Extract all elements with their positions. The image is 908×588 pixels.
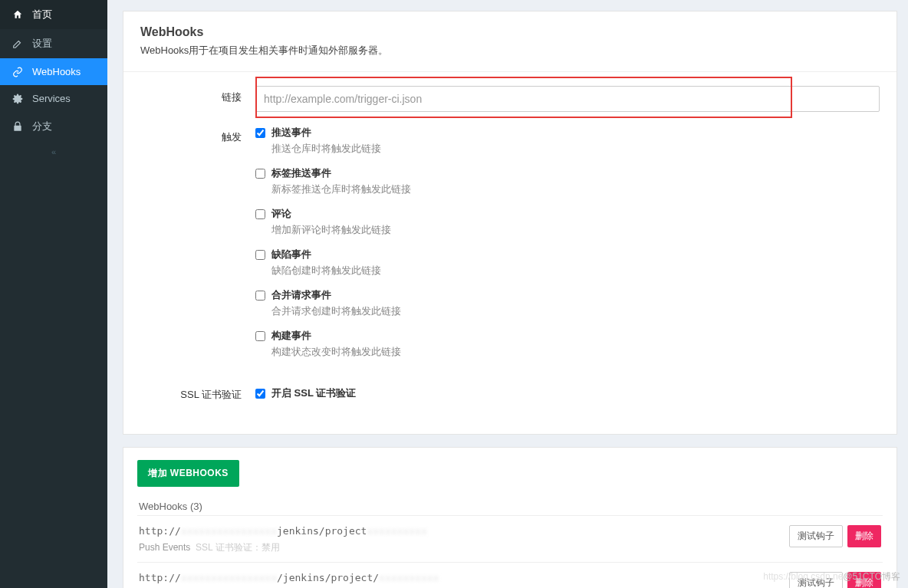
- trigger-title: 缺陷事件: [271, 248, 311, 261]
- desc-prefix: WebHooks: [140, 44, 189, 56]
- trigger-item: 构建事件构建状态改变时将触发此链接: [255, 329, 880, 359]
- sidebar-item-services[interactable]: Services: [0, 85, 107, 112]
- sidebar-item-label: 分支: [32, 120, 52, 133]
- trigger-title: 标签推送事件: [271, 166, 331, 180]
- ssl-label: SSL 证书验证: [140, 383, 255, 402]
- trigger-desc: 推送仓库时将触发此链接: [271, 142, 880, 156]
- trigger-desc: 构建状态改变时将触发此链接: [271, 345, 880, 359]
- ssl-checkbox[interactable]: [255, 389, 265, 399]
- url-row: 链接: [140, 86, 880, 112]
- lock-icon: [11, 121, 25, 132]
- trigger-checkbox[interactable]: [255, 169, 265, 179]
- sidebar-item-settings[interactable]: 设置: [0, 29, 107, 58]
- desc-rest: 用于在项目发生相关事件时通知外部服务器。: [189, 44, 388, 56]
- sidebar-item-webhooks[interactable]: WebHooks: [0, 58, 107, 85]
- main-content: WebHooks WebHooks用于在项目发生相关事件时通知外部服务器。 链接…: [107, 0, 908, 588]
- add-webhook-button[interactable]: 增加 WEBHOOKS: [137, 460, 239, 487]
- url-input[interactable]: [255, 86, 880, 112]
- hooks-list-panel: 增加 WEBHOOKS WebHooks (3) http://xxxxxxxx…: [123, 447, 897, 588]
- hooks-count: WebHooks (3): [137, 498, 883, 515]
- trigger-item: 评论增加新评论时将触发此链接: [255, 207, 880, 237]
- trigger-checkbox[interactable]: [255, 291, 265, 301]
- cogs-icon: [11, 94, 25, 104]
- page-title: WebHooks: [140, 25, 880, 39]
- sidebar: 首页 设置 WebHooks Services 分支 «: [0, 0, 107, 588]
- edit-icon: [11, 38, 25, 49]
- sidebar-item-label: 首页: [32, 8, 52, 21]
- url-label: 链接: [140, 86, 255, 104]
- chevron-double-left-icon: «: [51, 147, 56, 156]
- trigger-checkbox[interactable]: [255, 250, 265, 260]
- trigger-desc: 新标签推送仓库时将触发此链接: [271, 182, 880, 196]
- trigger-title: 推送事件: [271, 126, 311, 140]
- trigger-title: 合并请求事件: [271, 288, 331, 302]
- trigger-item: 合并请求事件合并请求创建时将触发此链接: [255, 288, 880, 318]
- ssl-row: SSL 证书验证 开启 SSL 证书验证: [140, 383, 880, 402]
- ssl-checkbox-label: 开启 SSL 证书验证: [271, 386, 356, 400]
- trigger-label: 触发: [140, 126, 255, 144]
- hook-meta: Push Events SSL 证书验证：禁用: [139, 541, 789, 554]
- sidebar-item-branch[interactable]: 分支: [0, 112, 107, 141]
- link-icon: [11, 67, 25, 77]
- trigger-desc: 合并请求创建时将触发此链接: [271, 304, 880, 318]
- sidebar-item-label: 设置: [32, 37, 52, 51]
- trigger-title: 评论: [271, 207, 291, 221]
- page-desc: WebHooks用于在项目发生相关事件时通知外部服务器。: [140, 44, 880, 57]
- trigger-item: 标签推送事件新标签推送仓库时将触发此链接: [255, 166, 880, 196]
- sidebar-item-label: WebHooks: [32, 66, 81, 77]
- sidebar-item-label: Services: [32, 93, 71, 104]
- hook-url: http://xxxxxxxxxxxxxxxx/jenkins/project/…: [139, 572, 789, 583]
- webhooks-panel: WebHooks WebHooks用于在项目发生相关事件时通知外部服务器。 链接…: [123, 11, 897, 435]
- watermark: https://blog.csdn.ne@51CTO博客: [763, 570, 900, 583]
- trigger-title: 构建事件: [271, 329, 311, 343]
- trigger-desc: 增加新评论时将触发此链接: [271, 223, 880, 237]
- trigger-item: 缺陷事件缺陷创建时将触发此链接: [255, 248, 880, 278]
- sidebar-item-home[interactable]: 首页: [0, 0, 107, 29]
- trigger-checkbox[interactable]: [255, 209, 265, 219]
- trigger-checkbox[interactable]: [255, 331, 265, 341]
- trigger-item: 推送事件推送仓库时将触发此链接: [255, 126, 880, 156]
- divider: [123, 71, 896, 72]
- hook-row: http://xxxxxxxxxxxxxxxxjenkins/projectxx…: [137, 515, 883, 562]
- hook-url: http://xxxxxxxxxxxxxxxxjenkins/projectxx…: [139, 525, 789, 537]
- home-icon: [11, 9, 25, 20]
- trigger-desc: 缺陷创建时将触发此链接: [271, 264, 880, 278]
- delete-hook-button[interactable]: 删除: [847, 525, 881, 547]
- test-hook-button[interactable]: 测试钩子: [789, 525, 843, 547]
- trigger-row: 触发 推送事件推送仓库时将触发此链接标签推送事件新标签推送仓库时将触发此链接评论…: [140, 126, 880, 370]
- trigger-checkbox[interactable]: [255, 128, 265, 138]
- sidebar-collapse[interactable]: «: [0, 141, 107, 163]
